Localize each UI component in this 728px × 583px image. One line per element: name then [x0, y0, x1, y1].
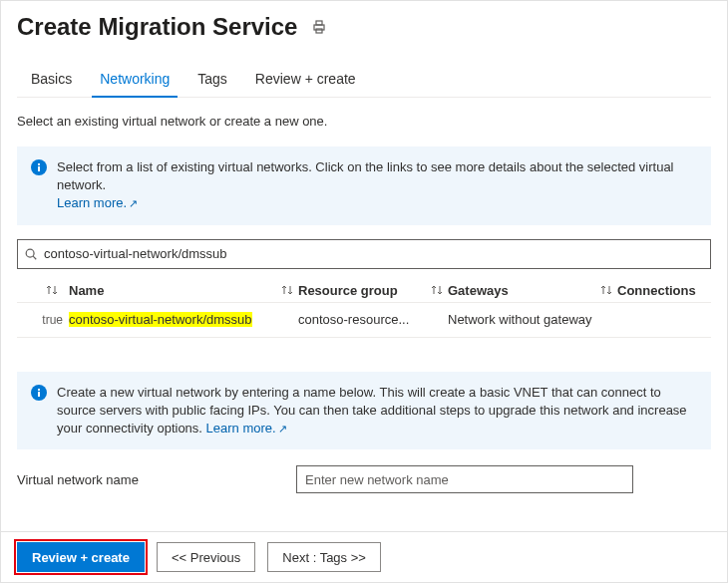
- vnet-table-header: Name Resource group Gateways Connections: [17, 279, 711, 303]
- tab-bar: Basics Networking Tags Review + create: [17, 65, 711, 98]
- row-name[interactable]: contoso-virtual-network/dmssub: [69, 312, 252, 327]
- row-gateways: Network without gateway: [448, 312, 617, 327]
- footer-bar: Review + create << Previous Next : Tags …: [1, 531, 727, 582]
- col-header-connections[interactable]: Connections: [617, 283, 696, 298]
- svg-line-7: [33, 256, 36, 259]
- print-icon[interactable]: [311, 19, 327, 35]
- tab-networking[interactable]: Networking: [86, 65, 183, 97]
- info-create-vnet-text: Create a new virtual network by entering…: [57, 385, 687, 436]
- info-box-create-vnet: Create a new virtual network by entering…: [17, 372, 711, 450]
- svg-rect-5: [38, 163, 40, 165]
- horizontal-scrollbar[interactable]: [17, 340, 711, 358]
- next-button[interactable]: Next : Tags >>: [267, 542, 381, 572]
- info-icon: [31, 384, 47, 401]
- col-header-name[interactable]: Name: [69, 283, 104, 298]
- info-existing-vnet-text: Select from a list of existing virtual n…: [57, 159, 674, 192]
- table-row[interactable]: true contoso-virtual-network/dmssub cont…: [17, 303, 711, 338]
- svg-rect-1: [316, 21, 322, 25]
- search-icon: [24, 247, 38, 261]
- col-header-gateways[interactable]: Gateways: [448, 283, 509, 298]
- svg-rect-10: [38, 389, 40, 391]
- tab-review-create[interactable]: Review + create: [241, 65, 370, 97]
- sort-icon[interactable]: [45, 283, 59, 297]
- learn-more-link-2[interactable]: Learn more.↗: [206, 421, 287, 436]
- intro-text: Select an existing virtual network or cr…: [17, 114, 711, 129]
- page-title: Create Migration Service: [17, 13, 297, 41]
- info-icon: [31, 158, 47, 175]
- tab-basics[interactable]: Basics: [17, 65, 86, 97]
- sort-icon[interactable]: [280, 283, 294, 297]
- svg-point-6: [26, 249, 34, 257]
- vnet-name-label: Virtual network name: [17, 472, 296, 487]
- sort-icon[interactable]: [599, 283, 613, 297]
- svg-rect-9: [38, 392, 40, 397]
- vnet-search-input[interactable]: [42, 241, 704, 267]
- review-create-button[interactable]: Review + create: [17, 542, 145, 572]
- sort-icon[interactable]: [430, 283, 444, 297]
- vnet-search-box[interactable]: [17, 239, 711, 269]
- learn-more-link-1[interactable]: Learn more.↗: [57, 195, 138, 210]
- info-box-existing-vnet: Select from a list of existing virtual n…: [17, 146, 711, 225]
- previous-button[interactable]: << Previous: [157, 542, 255, 572]
- row-resource-group: contoso-resource...: [298, 312, 448, 327]
- svg-rect-4: [38, 166, 40, 171]
- vnet-name-input[interactable]: [296, 465, 633, 493]
- col-header-resource-group[interactable]: Resource group: [298, 283, 398, 298]
- row-selected-text: true: [17, 313, 69, 327]
- external-link-icon: ↗: [129, 197, 138, 209]
- external-link-icon: ↗: [278, 423, 287, 435]
- tab-tags[interactable]: Tags: [183, 65, 241, 97]
